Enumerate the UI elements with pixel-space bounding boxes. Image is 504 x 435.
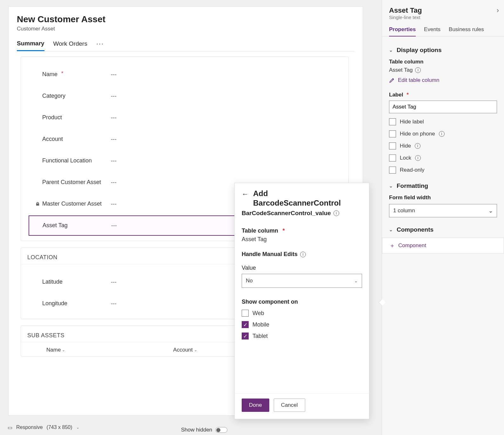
chevron-down-icon: ⌄ bbox=[194, 348, 197, 352]
checkbox-label: Mobile bbox=[252, 321, 269, 328]
done-button[interactable]: Done bbox=[242, 399, 269, 412]
field-label: Account bbox=[42, 135, 63, 143]
switch-track[interactable] bbox=[215, 427, 227, 433]
field-label: Asset Tag bbox=[43, 222, 68, 229]
lock-icon: 🔒︎ bbox=[35, 201, 40, 207]
section-title: Components bbox=[397, 226, 433, 233]
checkbox-lock[interactable]: Lock i bbox=[389, 155, 497, 161]
flyout-subtitle: BarCodeScannerControl_value bbox=[242, 210, 331, 217]
flyout-title-line2: BarcodeScannerControl bbox=[253, 198, 341, 208]
checkbox-hide-on-phone[interactable]: Hide on phone i bbox=[389, 130, 497, 137]
field-value: --- bbox=[104, 158, 117, 164]
form-tabs: Summary Work Orders ··· bbox=[17, 40, 354, 51]
info-icon[interactable]: i bbox=[415, 155, 421, 161]
checkbox-checked-icon: ✓ bbox=[242, 321, 249, 328]
label-input[interactable] bbox=[389, 101, 497, 113]
show-component-label: Show component on bbox=[242, 299, 298, 305]
tabs-overflow-button[interactable]: ··· bbox=[96, 40, 104, 51]
field-product[interactable]: Product --- bbox=[29, 108, 341, 128]
checkbox-hide[interactable]: Hide i bbox=[389, 142, 497, 149]
tab-events[interactable]: Events bbox=[424, 26, 440, 36]
field-value: --- bbox=[104, 279, 117, 286]
collapse-panel-icon[interactable]: › bbox=[497, 6, 499, 15]
checkbox-label: Hide bbox=[400, 143, 411, 149]
info-icon[interactable]: i bbox=[300, 252, 306, 257]
checkbox-web[interactable]: Web bbox=[242, 310, 362, 317]
cancel-button[interactable]: Cancel bbox=[274, 399, 305, 412]
field-value: --- bbox=[104, 71, 117, 78]
pencil-icon bbox=[389, 77, 395, 83]
required-indicator: * bbox=[283, 227, 285, 234]
flyout-title-line1: Add bbox=[253, 189, 341, 198]
info-icon[interactable]: i bbox=[439, 131, 445, 137]
value-selected: No bbox=[246, 278, 253, 284]
manual-edits-label: Handle Manual Edits bbox=[242, 251, 298, 258]
checkbox-icon bbox=[389, 167, 396, 174]
responsive-label: Responsive bbox=[16, 425, 43, 430]
checkbox-read-only[interactable]: Read-only bbox=[389, 167, 497, 174]
column-header-name[interactable]: Name ⌄ bbox=[46, 347, 65, 353]
field-value: --- bbox=[104, 179, 117, 186]
checkbox-tablet[interactable]: ✓ Tablet bbox=[242, 333, 362, 339]
field-functional-location[interactable]: Functional Location --- bbox=[29, 151, 341, 171]
tab-properties[interactable]: Properties bbox=[389, 26, 416, 36]
checkbox-hide-label[interactable]: Hide label bbox=[389, 118, 497, 125]
field-value: --- bbox=[104, 300, 117, 307]
field-name[interactable]: Name* --- bbox=[29, 64, 341, 85]
field-value: --- bbox=[104, 201, 117, 208]
field-account[interactable]: Account --- bbox=[29, 129, 341, 149]
checkbox-label: Web bbox=[252, 310, 264, 317]
table-column-heading: Table column bbox=[389, 59, 497, 65]
info-icon[interactable]: i bbox=[333, 210, 339, 216]
checkbox-icon bbox=[389, 118, 396, 125]
edit-table-column-link[interactable]: Edit table column bbox=[389, 77, 497, 83]
page-title: New Customer Asset bbox=[17, 14, 354, 24]
entity-name: Customer Asset bbox=[17, 26, 354, 32]
add-component-button[interactable]: ＋ Component bbox=[382, 238, 504, 254]
section-formatting[interactable]: ⌄ Formatting bbox=[389, 182, 497, 189]
checkbox-icon bbox=[389, 155, 396, 161]
panel-title: Asset Tag bbox=[389, 6, 422, 15]
checkbox-label: Hide label bbox=[400, 119, 424, 125]
column-label: Name bbox=[46, 347, 61, 353]
show-hidden-label: Show hidden bbox=[181, 427, 212, 433]
checkbox-label: Tablet bbox=[252, 333, 268, 339]
value-select[interactable]: No ⌄ bbox=[242, 274, 362, 288]
chevron-down-icon: ⌄ bbox=[389, 227, 393, 232]
back-arrow-icon[interactable]: ← bbox=[242, 190, 249, 198]
section-title: Formatting bbox=[397, 182, 428, 189]
table-column-value: Asset Tag bbox=[389, 67, 413, 73]
show-hidden-toggle[interactable]: Show hidden bbox=[181, 427, 227, 433]
field-category[interactable]: Category --- bbox=[29, 86, 341, 106]
field-label: Master Customer Asset bbox=[42, 200, 102, 208]
add-component-label: Component bbox=[398, 242, 426, 249]
field-label: Product bbox=[42, 114, 62, 121]
checkbox-label: Lock bbox=[400, 155, 411, 161]
field-label: Latitude bbox=[42, 278, 63, 286]
chevron-down-icon: ⌄ bbox=[389, 48, 393, 53]
chevron-down-icon: ⌄ bbox=[76, 425, 79, 430]
table-column-label: Table column bbox=[242, 227, 278, 234]
field-label: Longitude bbox=[42, 300, 67, 307]
checkbox-mobile[interactable]: ✓ Mobile bbox=[242, 321, 362, 328]
field-value: --- bbox=[105, 222, 117, 229]
section-title: Display options bbox=[397, 47, 441, 54]
tab-work-orders[interactable]: Work Orders bbox=[53, 40, 87, 50]
responsive-dimensions: (743 x 850) bbox=[47, 425, 72, 430]
checkbox-icon bbox=[242, 310, 249, 317]
select-value: 1 column bbox=[393, 208, 415, 214]
column-header-account[interactable]: Account ⌄ bbox=[173, 347, 197, 353]
tab-summary[interactable]: Summary bbox=[17, 40, 44, 51]
chevron-down-icon: ⌄ bbox=[488, 208, 493, 214]
required-indicator: * bbox=[61, 71, 63, 76]
required-indicator: * bbox=[407, 92, 409, 98]
info-icon[interactable]: i bbox=[415, 67, 421, 73]
field-label: Functional Location bbox=[42, 157, 92, 164]
info-icon[interactable]: i bbox=[415, 143, 420, 149]
section-components[interactable]: ⌄ Components bbox=[389, 226, 497, 233]
checkbox-icon bbox=[389, 130, 396, 137]
tab-business-rules[interactable]: Business rules bbox=[449, 26, 484, 36]
field-label: Category bbox=[42, 92, 65, 100]
form-field-width-select[interactable]: 1 column ⌄ bbox=[389, 204, 497, 217]
section-display-options[interactable]: ⌄ Display options bbox=[389, 47, 497, 54]
